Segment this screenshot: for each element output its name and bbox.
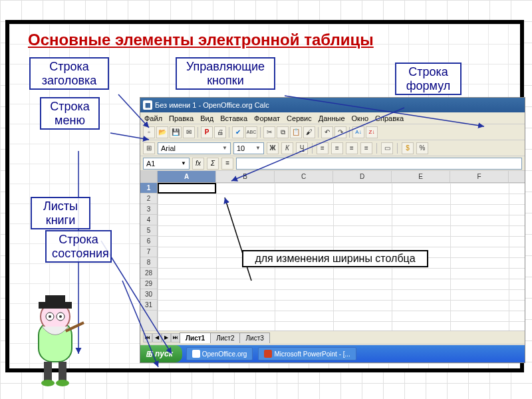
start-button[interactable]: ⊞ пуск [140,345,182,362]
menu-data[interactable]: Данные [319,114,345,122]
standard-toolbar: ▫ 📂 💾 ✉ P 🖨 ✔ ABC ✂ ⧉ 📋 🖌 ↶ ↷ A↓ Z↓ [140,124,525,140]
name-box[interactable]: A1 ▼ [143,158,190,170]
mascot-professor-icon [19,290,92,390]
copy-button[interactable]: ⧉ [277,126,289,138]
tab-nav-prev[interactable]: ◀ [152,333,162,342]
spell-button[interactable]: ✔ [232,126,244,138]
label-status-bar: Строка состояния [45,230,112,263]
row-header[interactable]: 30 [140,289,157,300]
align-right-button[interactable]: ≡ [346,142,358,154]
brush-button[interactable]: 🖌 [303,126,315,138]
row-header[interactable]: 4 [140,215,157,225]
active-cell[interactable] [158,183,216,194]
slide: Основные элементы электронной таблицы Ст… [9,24,520,368]
tab-nav-next[interactable]: ▶ [162,333,171,342]
sheet-tab-2[interactable]: Лист2 [210,332,240,343]
label-formula-bar: Строка формул [395,63,462,95]
start-label: пуск [155,349,173,358]
row-header[interactable]: 7 [140,247,157,257]
sum-button[interactable]: Σ [207,158,219,170]
mail-button[interactable]: ✉ [183,126,195,138]
row-header[interactable]: 3 [140,204,157,215]
tab-nav-first[interactable]: ⏮ [143,333,152,342]
sheet-tab-3[interactable]: Лист3 [239,332,269,343]
print-button[interactable]: 🖨 [214,126,226,138]
label-sheets: Листы книги [31,197,90,229]
pdf-button[interactable]: P [201,126,213,138]
new-button[interactable]: ▫ [143,126,155,138]
window-title: Без имени 1 - OpenOffice.org Calc [155,101,269,109]
label-column-width: для изменения ширины столбца [242,250,428,267]
font-size-combo[interactable]: 10▼ [233,142,264,154]
menu-file[interactable]: Файл [144,114,162,122]
row-headers[interactable]: 1 2 3 4 5 6 7 8 28 29 30 31 [140,171,158,331]
align-justify-button[interactable]: ≡ [360,142,372,154]
menu-window[interactable]: Окно [352,114,369,122]
menu-bar[interactable]: Файл Правка Вид Вставка Формат Сервис Да… [140,112,525,124]
undo-button[interactable]: ↶ [321,126,333,138]
menu-insert[interactable]: Вставка [220,114,247,122]
svg-point-19 [41,380,55,386]
sort-asc-button[interactable]: A↓ [352,126,364,138]
italic-button[interactable]: К [281,142,293,154]
windows-logo-icon: ⊞ [146,349,152,358]
window-titlebar[interactable]: ▦ Без имени 1 - OpenOffice.org Calc [140,98,525,112]
row-header[interactable]: 28 [140,268,157,279]
label-title-bar: Строка заголовка [29,57,109,90]
label-menu-bar: Строка меню [40,97,100,130]
powerpoint-icon [264,350,272,358]
taskbar-item-openoffice[interactable]: OpenOffice.org [186,347,253,360]
formula-bar: A1 ▼ fx Σ = [140,156,525,171]
menu-help[interactable]: Справка [375,114,404,122]
col-header-a[interactable]: A [158,171,216,182]
open-button[interactable]: 📂 [156,126,168,138]
sort-desc-button[interactable]: Z↓ [366,126,378,138]
save-button[interactable]: 💾 [170,126,182,138]
menu-tools[interactable]: Сервис [287,114,312,122]
abc-button[interactable]: ABC [245,126,257,138]
sheet-tab-1[interactable]: Лист1 [180,332,211,343]
svg-rect-17 [44,362,52,382]
svg-point-20 [56,380,69,386]
windows-taskbar: ⊞ пуск OpenOffice.org Microsoft PowerPoi… [140,345,525,362]
equals-button[interactable]: = [221,158,233,170]
merge-button[interactable]: ▭ [381,142,393,154]
slide-title: Основные элементы электронной таблицы [28,31,374,49]
fx-button[interactable]: fx [192,158,204,170]
col-header-e[interactable]: E [392,171,450,182]
app-icon: ▦ [143,100,152,110]
bold-button[interactable]: Ж [267,142,279,154]
row-header[interactable]: 1 [140,183,157,194]
row-header[interactable]: 2 [140,194,157,204]
currency-button[interactable]: $ [402,142,414,154]
row-header[interactable]: 29 [140,279,157,289]
redo-button[interactable]: ↷ [334,126,346,138]
styles-button[interactable]: ⊞ [143,142,155,154]
svg-rect-18 [59,362,66,382]
font-name-combo[interactable]: Arial▼ [158,142,231,154]
formula-input[interactable] [236,158,522,170]
column-headers[interactable]: A B C D E F [158,171,525,183]
row-header[interactable]: 31 [140,300,157,311]
row-header[interactable]: 5 [140,225,157,236]
col-header-c[interactable]: C [275,171,333,182]
font-size-value: 10 [237,144,245,152]
cut-button[interactable]: ✂ [263,126,275,138]
taskbar-item-powerpoint[interactable]: Microsoft PowerPoint - [... [258,347,356,360]
menu-format[interactable]: Формат [254,114,280,122]
underline-button[interactable]: Ч [296,142,308,154]
tab-nav-last[interactable]: ⏭ [171,333,180,342]
col-header-f[interactable]: F [450,171,509,182]
percent-button[interactable]: % [416,142,428,154]
svg-point-14 [49,315,51,318]
align-center-button[interactable]: ≡ [331,142,343,154]
row-header[interactable]: 8 [140,257,157,268]
row-header[interactable]: 6 [140,236,157,247]
col-header-b[interactable]: B [216,171,275,182]
svg-point-15 [59,315,62,318]
col-header-d[interactable]: D [333,171,392,182]
paste-button[interactable]: 📋 [290,126,302,138]
menu-view[interactable]: Вид [200,114,213,122]
menu-edit[interactable]: Правка [169,114,194,122]
align-left-button[interactable]: ≡ [317,142,329,154]
